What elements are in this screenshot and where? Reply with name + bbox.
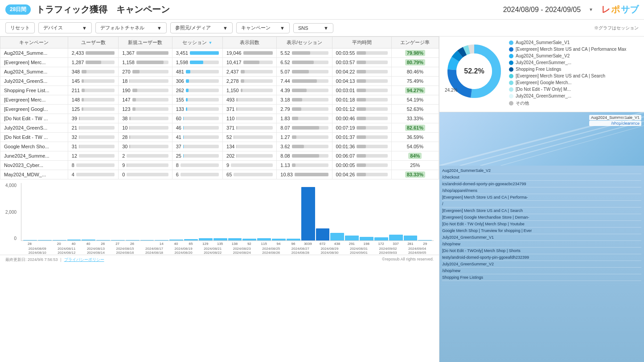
legend-item: Aug2024_SummerSale_V2 xyxy=(509,53,640,58)
side-list-item: testy/android-domed-sporty-pin-ggoeafdh2… xyxy=(442,254,641,261)
col-engage: エンゲージ率 xyxy=(391,37,439,49)
cell-engage: 54.05% xyxy=(391,142,439,151)
cell-impressions: 19,046 xyxy=(223,49,277,58)
channel-filter[interactable]: デフォルトチャネル ▼ xyxy=(95,22,167,33)
x-label-group: 2024/08/112024/08/12 xyxy=(52,247,82,255)
x-label-group: 2024/08/212024/08/22 xyxy=(198,247,227,255)
date-range-chevron[interactable]: ▼ xyxy=(589,7,593,12)
legend-dot xyxy=(509,61,513,65)
privacy-link[interactable]: プライバシーポリシー xyxy=(64,257,104,262)
source-filter[interactable]: 参照元/メディア ▼ xyxy=(170,22,233,33)
legend-item: Aug2024_SummerSale_V1 xyxy=(509,40,640,45)
legend-label: [Evergreen] Merch Store US and CA | Perf… xyxy=(516,47,626,52)
cell-new-users: 147 xyxy=(119,95,172,105)
col-impressions: 表示回数 xyxy=(223,37,277,49)
cell-avg-time: 00:00:46 xyxy=(332,114,391,123)
side-list-item: / xyxy=(442,201,641,207)
table-row: [Evergreen] Merc... 1,287 1,158 1,598 10… xyxy=(0,58,439,67)
cell-impressions: 134 xyxy=(223,142,277,151)
x-label-group: 2024/08/172024/08/18 xyxy=(139,247,169,255)
chart-bar xyxy=(389,235,403,240)
col-users: ユーザー数 xyxy=(68,37,118,49)
chart-bar xyxy=(96,240,110,240)
cell-new-users: 0 xyxy=(119,170,172,179)
chart-bar-value: 96 xyxy=(287,242,300,246)
cell-new-users: 2 xyxy=(119,151,172,161)
cell-avg-time: 00:01:12 xyxy=(332,105,391,114)
side-image-section: Aug2024_SummerSale_V1 /shop/clearance xyxy=(439,112,644,362)
cell-new-users: 270 xyxy=(119,67,172,77)
chart-bar xyxy=(53,240,66,240)
cell-campaign: Shopping Free List... xyxy=(0,86,68,95)
cell-campaign: July2024_GreenS... xyxy=(0,123,68,133)
campaign-filter[interactable]: キャンペーン ▼ xyxy=(236,22,290,33)
chart-bar xyxy=(140,240,154,240)
legend-label: Aug2024_SummerSale_V1 xyxy=(516,40,570,45)
side-list-item: Shopping Free Listings xyxy=(442,274,641,281)
cell-engage: 80.46% xyxy=(391,67,439,77)
device-filter[interactable]: デバイス ▼ xyxy=(38,22,92,33)
reset-button[interactable]: リセット xyxy=(5,22,35,33)
legend-item: Shopping Free Listings xyxy=(509,67,640,72)
cell-imp-per-session: 10.83 xyxy=(277,170,332,179)
cell-users: 2,433 xyxy=(68,49,118,58)
chart-bar xyxy=(316,228,330,240)
side-list-item: [Do Not Edit - TW Only] Merch Shop | You… xyxy=(442,221,641,228)
cell-campaign: [Do Not Edit - TW ... xyxy=(0,133,68,142)
cell-engage: 94.27% xyxy=(391,86,439,95)
engage-badge: 80.79% xyxy=(405,59,425,65)
chart-bar-value: 40 xyxy=(81,242,95,246)
legend-item: その他 xyxy=(509,100,640,106)
donut-section: 52.2% 24.2% Aug2024_SummerSale_V1[Evergr… xyxy=(439,37,644,112)
side-list-item: [Do Not Edit - TWOnly] Merch Shop | Shor… xyxy=(442,248,641,254)
legend-label: [Do Not Edit - TW Only] M... xyxy=(516,87,571,92)
engage-value: 54.05% xyxy=(407,144,423,149)
legend-item: July2024_GreenSummer_... xyxy=(509,94,640,98)
side-list-item: [Evergreen] Merch Store US and CA | Sear… xyxy=(442,207,641,214)
col-sessions[interactable]: セッション ▼ xyxy=(172,37,222,49)
cell-new-users: 1,367 xyxy=(119,49,172,58)
logo: レポサブ xyxy=(601,4,639,16)
footer: 最終更新日: 2024/9/6 7:56:53 ｜ プライバシーポリシー ©re… xyxy=(0,255,439,264)
chart-bar-value: 29 xyxy=(418,242,432,246)
x-label-group: 2024/08/252024/08/26 xyxy=(257,247,286,255)
cell-imp-per-session: 7.44 xyxy=(277,77,332,86)
cell-sessions: 41 xyxy=(172,133,222,142)
cell-impressions: 202 xyxy=(223,151,277,161)
chart-bar-value: 281 xyxy=(403,242,417,246)
cell-imp-per-session: 1.13 xyxy=(277,161,332,170)
cell-imp-per-session: 8.07 xyxy=(277,123,332,133)
x-label-group: 2024/08/192024/08/20 xyxy=(169,247,198,255)
chart-bar-value: 27 xyxy=(111,242,124,246)
cell-sessions: 37 xyxy=(172,142,222,151)
chart-bar xyxy=(199,238,213,240)
sns-filter[interactable]: SNS ▼ xyxy=(293,23,333,33)
table-row: Aug2024_Summe... 2,433 1,367 3,451 19,04… xyxy=(0,49,439,58)
cell-new-users: 18 xyxy=(119,77,172,86)
engage-badge: 82.61% xyxy=(405,125,425,131)
chart-bar xyxy=(23,240,37,240)
side-list-item: July2024_GreenSummer_V2 xyxy=(442,261,641,268)
cell-avg-time: 00:04:13 xyxy=(332,77,391,86)
cell-new-users: 123 xyxy=(119,105,172,114)
legend-label: [Evergreen] Google Merch... xyxy=(516,80,572,85)
cell-imp-per-session: 6.52 xyxy=(277,58,332,67)
x-label-group: 2024/09/042024/09/05 xyxy=(402,247,432,255)
table-row: [Evergreen] Googl... 125 123 133 371 2.7… xyxy=(0,105,439,114)
page-title: トラフィック獲得 キャンペーン xyxy=(36,4,497,16)
side-list-item: ics/android-domed-sporty-pin-ggoeacbc234… xyxy=(442,181,641,187)
chart-bar-value: 172 xyxy=(374,242,388,246)
cell-sessions: 8 xyxy=(172,161,222,170)
side-list-item: /shop/apparel/mens xyxy=(442,187,641,194)
cell-imp-per-session: 3.18 xyxy=(277,95,332,105)
cell-campaign: [Evergreen] Merc... xyxy=(0,95,68,105)
cell-sessions: 3,451 xyxy=(172,49,222,58)
filter-bar: リセット デバイス ▼ デフォルトチャネル ▼ 参照元/メディア ▼ キャンペー… xyxy=(0,20,644,37)
legend-item: [Evergreen] Merch Store US and CA | Sear… xyxy=(509,73,640,78)
cell-avg-time: 00:04:22 xyxy=(332,67,391,77)
cell-campaign: [Evergreen] Googl... xyxy=(0,105,68,114)
engage-value: 54.19% xyxy=(407,97,423,102)
table-row: July2024_GreenS... 21 10 46 371 8.07 00:… xyxy=(0,123,439,133)
cell-users: 32 xyxy=(68,133,118,142)
cell-impressions: 110 xyxy=(223,114,277,123)
